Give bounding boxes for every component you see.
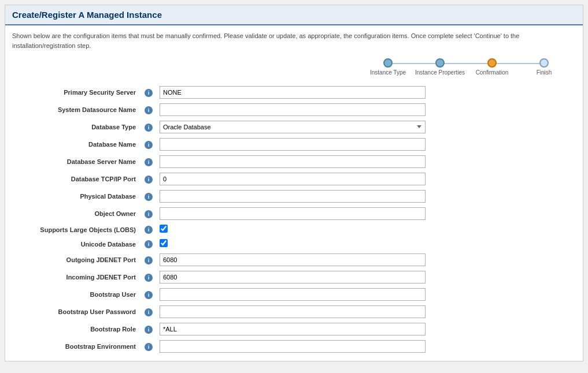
field-label: Bootstrap Environment xyxy=(12,338,139,355)
text-input-0[interactable] xyxy=(160,86,426,99)
field-input-cell xyxy=(156,153,576,170)
page-title: Create/Register A Managed Instance xyxy=(12,10,576,20)
field-input-cell xyxy=(156,286,576,303)
form-row: Bootstrap Environmenti xyxy=(12,338,576,355)
form-row: Database Server Namei xyxy=(12,153,576,170)
field-input-cell xyxy=(156,205,576,222)
step-circle-instance-properties xyxy=(435,58,445,68)
select-wrapper: Oracle DatabaseSQL ServerIBM DB2 xyxy=(160,121,426,133)
field-label: Bootstrap User Password xyxy=(12,303,139,320)
field-input-cell xyxy=(156,237,576,251)
step-circle-instance-type xyxy=(383,58,393,68)
text-input-4[interactable] xyxy=(160,155,426,168)
field-label: Database Server Name xyxy=(12,153,139,170)
text-input-3[interactable] xyxy=(160,138,426,151)
info-icon[interactable]: i xyxy=(145,193,153,201)
field-input-cell xyxy=(156,268,576,286)
field-input-cell xyxy=(156,251,576,268)
text-input-10[interactable] xyxy=(160,253,426,266)
field-input-cell xyxy=(156,101,576,118)
info-icon[interactable]: i xyxy=(145,141,153,149)
text-input-15[interactable] xyxy=(160,340,426,353)
info-icon[interactable]: i xyxy=(145,226,153,234)
step-label-instance-type: Instance Type xyxy=(370,69,406,76)
info-icon[interactable]: i xyxy=(145,176,153,184)
info-icon[interactable]: i xyxy=(145,291,153,299)
form-table: Primary Security ServeriSystem Datasourc… xyxy=(12,84,576,355)
info-icon[interactable]: i xyxy=(145,256,153,264)
form-row: Bootstrap User Passwordi xyxy=(12,303,576,320)
form-row: Object Owneri xyxy=(12,205,576,222)
text-input-12[interactable] xyxy=(160,288,426,301)
wizard-step-instance-type: Instance Type xyxy=(362,58,414,76)
form-row: Database TCP/IP Porti xyxy=(12,170,576,188)
text-input-14[interactable] xyxy=(160,323,426,335)
wizard-step-confirmation: Confirmation xyxy=(466,58,518,76)
info-icon[interactable]: i xyxy=(145,274,153,282)
info-icon[interactable]: i xyxy=(145,308,153,316)
text-input-13[interactable] xyxy=(160,305,426,318)
description: Shown below are the configuration items … xyxy=(12,31,576,50)
wizard-step-instance-properties: Instance Properties xyxy=(414,58,466,76)
wizard-step-finish: Finish xyxy=(518,58,570,76)
page-content: Shown below are the configuration items … xyxy=(5,25,583,361)
field-label: Outgoing JDENET Port xyxy=(12,251,139,268)
wizard-steps: Instance Type Instance Properties Confir… xyxy=(12,58,576,76)
info-icon[interactable]: i xyxy=(145,89,153,97)
text-input-7[interactable] xyxy=(160,207,426,220)
info-icon[interactable]: i xyxy=(145,326,153,334)
checkbox-9[interactable] xyxy=(160,239,168,247)
form-row: Unicode Databasei xyxy=(12,237,576,251)
field-input-cell xyxy=(156,136,576,153)
field-label: Incoming JDENET Port xyxy=(12,268,139,286)
field-input-cell xyxy=(156,320,576,338)
field-label: Database Name xyxy=(12,136,139,153)
field-input-cell xyxy=(156,188,576,205)
step-circle-confirmation xyxy=(487,58,497,68)
step-circle-finish xyxy=(539,58,549,68)
form-row: Bootstrap Useri xyxy=(12,286,576,303)
field-label: Bootstrap Role xyxy=(12,320,139,338)
field-input-cell xyxy=(156,84,576,101)
form-row: Supports Large Objects (LOBS)i xyxy=(12,222,576,237)
page-container: Create/Register A Managed Instance Shown… xyxy=(5,5,583,361)
field-input-cell xyxy=(156,222,576,237)
info-icon[interactable]: i xyxy=(145,106,153,114)
form-row: Outgoing JDENET Porti xyxy=(12,251,576,268)
step-label-finish: Finish xyxy=(537,69,552,76)
form-row: Database TypeiOracle DatabaseSQL ServerI… xyxy=(12,118,576,136)
info-icon[interactable]: i xyxy=(145,240,153,248)
text-input-11[interactable] xyxy=(160,271,426,284)
field-input-cell xyxy=(156,303,576,320)
info-icon[interactable]: i xyxy=(145,210,153,218)
field-label: Database TCP/IP Port xyxy=(12,170,139,188)
text-input-1[interactable] xyxy=(160,103,426,116)
field-label: System Datasource Name xyxy=(12,101,139,118)
form-row: Physical Databasei xyxy=(12,188,576,205)
field-input-cell xyxy=(156,338,576,355)
page-header: Create/Register A Managed Instance xyxy=(5,5,583,25)
database-type-select[interactable]: Oracle DatabaseSQL ServerIBM DB2 xyxy=(160,121,426,133)
field-label: Object Owner xyxy=(12,205,139,222)
form-row: Database Namei xyxy=(12,136,576,153)
field-label: Bootstrap User xyxy=(12,286,139,303)
info-icon[interactable]: i xyxy=(145,343,153,351)
form-row: Incoming JDENET Porti xyxy=(12,268,576,286)
form-row: System Datasource Namei xyxy=(12,101,576,118)
checkbox-8[interactable] xyxy=(160,225,168,233)
text-input-5[interactable] xyxy=(160,173,426,185)
step-label-instance-properties: Instance Properties xyxy=(415,69,465,76)
field-input-cell: Oracle DatabaseSQL ServerIBM DB2 xyxy=(156,118,576,136)
field-label: Unicode Database xyxy=(12,237,139,251)
field-label: Primary Security Server xyxy=(12,84,139,101)
form-row: Primary Security Serveri xyxy=(12,84,576,101)
step-label-confirmation: Confirmation xyxy=(476,69,509,76)
text-input-6[interactable] xyxy=(160,190,426,203)
info-icon[interactable]: i xyxy=(145,124,153,132)
field-label: Physical Database xyxy=(12,188,139,205)
info-icon[interactable]: i xyxy=(145,158,153,166)
form-row: Bootstrap Rolei xyxy=(12,320,576,338)
field-label: Supports Large Objects (LOBS) xyxy=(12,222,139,237)
field-input-cell xyxy=(156,170,576,188)
field-label: Database Type xyxy=(12,118,139,136)
